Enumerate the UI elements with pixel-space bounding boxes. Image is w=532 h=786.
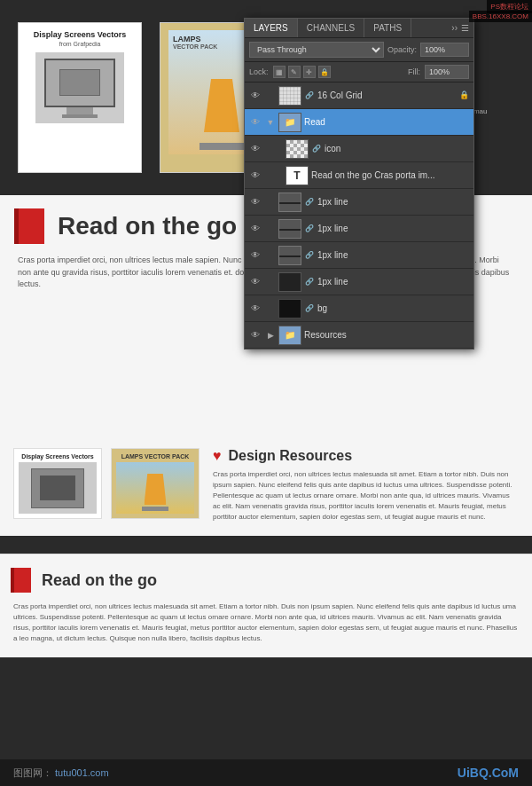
card1-title: Display Screens Vectors <box>34 30 127 39</box>
layer-visibility-icon[interactable]: 👁 <box>248 115 262 130</box>
lock-label: Lock: <box>249 67 269 76</box>
layer-thumbnail <box>278 272 301 292</box>
blend-mode-row: Pass Through Normal Multiply Opacity: <box>245 38 473 62</box>
layer-name-text: 1px line <box>317 224 470 233</box>
footer-right: UiBQ.CoM <box>458 766 519 780</box>
fill-input[interactable] <box>425 65 469 79</box>
layer-expand-icon <box>265 170 283 181</box>
layer-expand-icon <box>265 303 276 314</box>
layer-1px-line-3[interactable]: 👁 🔗 1px line <box>245 242 473 269</box>
layer-name-text: Resources <box>304 330 470 340</box>
monitor-screen <box>44 59 115 107</box>
layer-link-icon: 🔗 <box>304 197 315 208</box>
design-resources-section: Display Screens Vectors LAMPS VECTOR PAC… <box>0 435 532 536</box>
top-section: Display Screens Vectors from Grafpedia <box>0 0 532 435</box>
footer-label: 图图网： <box>13 767 52 778</box>
layer-expand-icon[interactable]: ▼ <box>265 117 276 128</box>
layer-16-col-grid[interactable]: 👁 🔗 16 Col Grid 🔒 <box>245 83 473 109</box>
layer-visibility-icon[interactable]: 👁 <box>248 302 262 316</box>
heart-icon: ♥ <box>213 448 222 464</box>
tab-channels[interactable]: CHANNELS <box>298 19 364 37</box>
dr-title-row: ♥ Design Resources <box>213 448 519 464</box>
read-section-bottom: Read on the go Cras porta imperdiet orci… <box>0 554 532 657</box>
layer-expand-icon <box>265 144 283 154</box>
layer-expand-icon <box>265 197 276 208</box>
layer-thumbnail: 📁 <box>278 326 301 345</box>
layer-visibility-icon[interactable]: 👁 <box>248 222 262 236</box>
layer-read-folder[interactable]: 👁 ▼ 📁 Read <box>245 109 473 136</box>
layer-expand-icon <box>265 90 276 101</box>
lock-row: Lock: ▦ ✎ ✛ 🔒 Fill: <box>245 62 473 83</box>
layer-bg[interactable]: 👁 🔗 bg <box>245 295 473 322</box>
lock-image-icon[interactable]: ✎ <box>288 66 301 78</box>
layer-thumbnail <box>278 193 301 212</box>
card2-title: LAMPS VECTOR PACK <box>173 35 217 50</box>
opacity-label: Opacity: <box>387 45 417 54</box>
layer-name-text: 1px line <box>317 250 470 260</box>
book-icon <box>18 208 44 244</box>
layer-1px-line-2[interactable]: 👁 🔗 1px line <box>245 216 473 242</box>
layer-name-text: icon <box>325 144 470 153</box>
layer-thumbnail <box>278 246 301 265</box>
dr-card2-title: LAMPS VECTOR PACK <box>121 453 190 460</box>
layer-expand-icon[interactable]: ▶ <box>265 330 276 341</box>
tab-paths[interactable]: PATHS <box>364 19 411 37</box>
bottom-section: Display Screens Vectors LAMPS VECTOR PAC… <box>0 435 532 786</box>
layer-visibility-icon[interactable]: 👁 <box>248 328 262 342</box>
layer-visibility-icon[interactable]: 👁 <box>248 248 262 263</box>
dr-body-text: Cras porta imperdiet orci, non ultrices … <box>213 469 519 523</box>
panel-menu-icon[interactable]: ›› <box>451 23 458 33</box>
dr-card1-title: Display Screens Vectors <box>21 453 93 460</box>
layer-link-icon: 🔗 <box>304 90 315 101</box>
layer-expand-icon <box>265 277 276 287</box>
layer-visibility-icon[interactable]: 👁 <box>248 169 262 183</box>
lamp-base <box>200 143 244 150</box>
layer-thumbnail <box>286 139 309 159</box>
book-icon-small <box>13 568 31 593</box>
layer-expand-icon <box>265 250 276 261</box>
layer-lock-icon: 🔒 <box>459 90 470 101</box>
layer-link-icon: 🔗 <box>304 250 315 261</box>
layer-name-text: Read on the go Cras porta im... <box>311 170 470 180</box>
fill-label: Fill: <box>408 67 420 76</box>
layer-thumbnail <box>278 299 301 318</box>
lamp-shade <box>204 79 239 132</box>
card1-monitor-image <box>35 52 124 123</box>
dr-text-section: ♥ Design Resources Cras porta imperdiet … <box>213 448 519 523</box>
ps-watermark-bottom: BBS.16XX8.COM <box>469 11 532 22</box>
tab-layers[interactable]: LAYERS <box>245 19 298 37</box>
layer-visibility-icon[interactable]: 👁 <box>248 195 262 209</box>
layer-link-icon: 🔗 <box>304 303 315 314</box>
layer-thumbnail: 📁 <box>278 113 301 132</box>
layer-read-text[interactable]: 👁 T Read on the go Cras porta im... <box>245 162 473 189</box>
dr-card1-image <box>19 462 97 514</box>
footer-bar: 图图网： tutu001.com UiBQ.CoM <box>0 759 532 786</box>
dr-card-lamps: LAMPS VECTOR PACK <box>111 448 200 519</box>
dr-card-displays: Display Screens Vectors <box>13 448 102 519</box>
blend-mode-select[interactable]: Pass Through Normal Multiply <box>249 42 384 58</box>
opacity-input[interactable] <box>420 43 469 57</box>
layer-1px-line-1[interactable]: 👁 🔗 1px line <box>245 189 473 216</box>
layer-icon[interactable]: 👁 🔗 icon <box>245 136 473 162</box>
photoshop-layers-panel[interactable]: LAYERS CHANNELS PATHS ›› ☰ Pass Through … <box>244 18 474 350</box>
layer-name-text: Read <box>304 117 470 127</box>
layer-visibility-icon[interactable]: 👁 <box>248 89 262 103</box>
layer-thumbnail: T <box>286 166 309 185</box>
dr-title: Design Resources <box>229 448 353 464</box>
card-display-screens: Display Screens Vectors from Grafpedia <box>18 22 142 173</box>
layer-name-text: 1px line <box>317 197 470 207</box>
lock-transparent-icon[interactable]: ▦ <box>273 66 286 78</box>
layer-link-icon: 🔗 <box>311 144 322 154</box>
footer-url[interactable]: tutu001.com <box>55 767 109 778</box>
layer-expand-icon <box>265 224 276 234</box>
lock-all-icon[interactable]: 🔒 <box>318 66 331 78</box>
layer-thumbnail <box>278 86 301 106</box>
layer-visibility-icon[interactable]: 👁 <box>248 142 262 156</box>
panel-close-icon[interactable]: ☰ <box>461 23 469 33</box>
layer-1px-line-4[interactable]: 👁 🔗 1px line <box>245 269 473 295</box>
read-heading-bottom: Read on the go <box>42 571 157 590</box>
layer-name-text: 1px line <box>317 277 470 287</box>
layer-visibility-icon[interactable]: 👁 <box>248 275 262 289</box>
lock-position-icon[interactable]: ✛ <box>303 66 316 78</box>
layer-resources-folder[interactable]: 👁 ▶ 📁 Resources <box>245 322 473 349</box>
